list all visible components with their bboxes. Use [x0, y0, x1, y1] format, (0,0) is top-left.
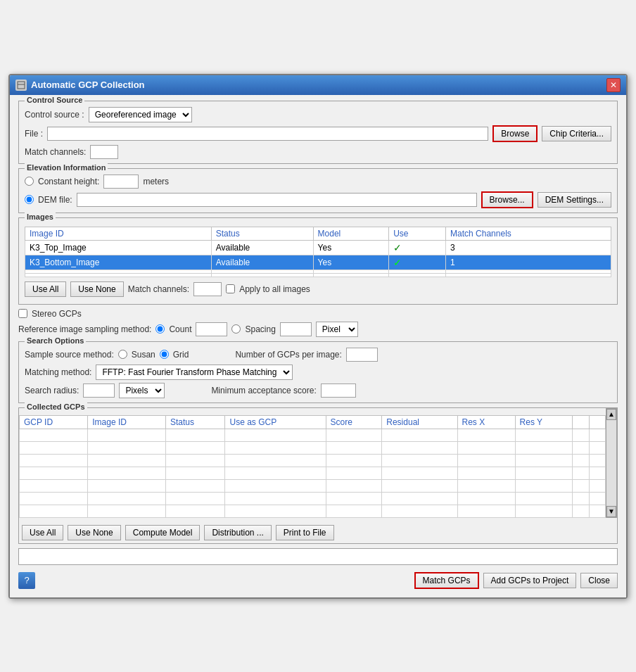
cell-match-channels: 3 [446, 240, 611, 255]
constant-height-input[interactable] [103, 175, 139, 189]
table-row[interactable] [20, 441, 606, 454]
count-radio[interactable] [155, 324, 165, 334]
table-row[interactable]: K3_Bottom_Image Available Yes ✓ 1 [25, 255, 611, 270]
dem-settings-button[interactable]: DEM Settings... [538, 192, 611, 208]
cell-model: Yes [313, 240, 389, 255]
table-row[interactable] [20, 479, 606, 492]
stereo-gcps-label: Stereo GCPs [32, 309, 82, 319]
dem-browse-button[interactable]: Browse... [481, 191, 533, 208]
table-row[interactable] [20, 492, 606, 505]
help-icon[interactable]: ? [18, 572, 35, 589]
constant-height-radio[interactable] [25, 177, 34, 186]
images-title: Images [25, 213, 56, 221]
meters-label: meters [143, 177, 169, 186]
match-gcps-button[interactable]: Match GCPs [414, 572, 479, 589]
col-gcp-use: Use as GCP [225, 415, 326, 429]
table-row[interactable] [20, 467, 606, 479]
footer: ? Match GCPs Add GCPs to Project Close [18, 569, 618, 592]
file-input[interactable]: I:\Data\Tutorial\OrthoMosaic\SPOT\o2_5m.… [47, 127, 488, 141]
control-source-select[interactable]: Georeferenced image [89, 107, 192, 122]
search-radius-input[interactable]: 100 [83, 383, 115, 398]
gcp-scroll-area[interactable]: GCP ID Image ID Status Use as GCP Score … [19, 415, 606, 518]
window-body: Control Source Control source : Georefer… [10, 95, 626, 597]
print-to-file-button[interactable]: Print to File [276, 525, 334, 540]
dem-file-input[interactable]: I:\Data\Tutorial\OrthoMosaic\dem_30m.pix [77, 193, 477, 207]
footer-right: Match GCPs Add GCPs to Project Close [414, 572, 618, 589]
images-buttons: Use All Use None Match channels: 1 Apply… [25, 281, 611, 297]
table-row[interactable]: K3_Top_Image Available Yes ✓ 3 [25, 240, 611, 255]
col-gcp-id: GCP ID [20, 415, 88, 429]
spacing-input[interactable]: 100 [280, 322, 312, 336]
gcp-header-row: GCP ID Image ID Status Use as GCP Score … [20, 415, 606, 429]
matching-method-select[interactable]: FFTP: Fast Fourier Transform Phase Match… [96, 364, 293, 380]
images-use-none-button[interactable]: Use None [70, 281, 123, 297]
file-label: File : [25, 129, 43, 139]
main-window: Automatic GCP Collection ✕ Control Sourc… [8, 74, 628, 599]
apply-all-label: Apply to all images [239, 284, 310, 294]
grid-label: Grid [173, 350, 189, 360]
cell-model: Yes [313, 255, 389, 270]
match-channels-input[interactable]: 1 [90, 145, 118, 159]
susan-label: Susan [132, 350, 155, 360]
gcp-use-none-button[interactable]: Use None [68, 525, 120, 540]
matching-method-label: Matching method: [25, 367, 91, 377]
images-section: Images Image ID Status Model Use Match C… [18, 217, 618, 305]
search-radius-row: Search radius: 100 Pixels Meters Minimum… [25, 383, 611, 398]
constant-height-label: Constant height: [38, 177, 99, 186]
count-input[interactable]: 100 [196, 322, 227, 336]
images-use-all-button[interactable]: Use All [25, 281, 66, 297]
gcp-use-all-button[interactable]: Use All [22, 525, 63, 540]
control-source-row: Control source : Georeferenced image [25, 107, 611, 122]
close-window-button[interactable]: ✕ [606, 78, 621, 92]
search-options-section: Search Options Sample source method: Sus… [18, 341, 618, 403]
constant-height-row: Constant height: meters [25, 175, 611, 189]
dem-file-radio[interactable] [25, 195, 34, 204]
min-acceptance-input[interactable]: 0.75 [321, 383, 356, 398]
chip-criteria-button[interactable]: Chip Criteria... [542, 126, 611, 141]
browse-button[interactable]: Browse [492, 125, 538, 142]
min-acceptance-label: Minimum acceptance score: [211, 386, 316, 395]
images-header-row: Image ID Status Model Use Match Channels [25, 227, 611, 240]
stereo-gcps-checkbox[interactable] [18, 309, 27, 318]
table-row[interactable] [20, 505, 606, 517]
col-model: Model [313, 227, 389, 240]
images-inner: Image ID Status Model Use Match Channels… [25, 221, 611, 300]
gcp-buttons: Use All Use None Compute Model Distribut… [19, 522, 617, 543]
stereo-options-row: Reference image sampling method: Count 1… [18, 322, 618, 337]
table-row[interactable] [20, 429, 606, 441]
close-dialog-button[interactable]: Close [580, 573, 618, 588]
search-options-title: Search Options [25, 336, 86, 345]
cell-image-id: K3_Bottom_Image [25, 255, 212, 270]
cell-match-channels: 1 [446, 255, 611, 270]
matching-method-row: Matching method: FFTP: Fast Fourier Tran… [25, 364, 611, 380]
title-bar-left: Automatic GCP Collection [15, 80, 145, 91]
compute-model-button[interactable]: Compute Model [125, 525, 201, 540]
table-row[interactable] [25, 273, 611, 277]
pixel-select[interactable]: Pixel Meter [316, 322, 358, 337]
apply-all-checkbox[interactable] [226, 284, 235, 293]
status-bar [18, 548, 618, 565]
col-gcp-status: Status [166, 415, 225, 429]
distribution-button[interactable]: Distribution ... [204, 525, 271, 540]
col-gcp-score: Score [326, 415, 382, 429]
col-gcp-res-x: Res X [457, 415, 515, 429]
col-image-id: Image ID [25, 227, 212, 240]
ref-image-label: Reference image sampling method: [18, 324, 151, 334]
col-gcp-res-y: Res Y [515, 415, 573, 429]
images-match-channels-input[interactable]: 1 [193, 282, 222, 296]
add-gcps-button[interactable]: Add GCPs to Project [483, 573, 577, 588]
grid-radio[interactable] [160, 350, 169, 359]
num-gcps-input[interactable]: 64 [346, 348, 378, 362]
match-channels-label: Match channels: [25, 147, 86, 157]
images-table: Image ID Status Model Use Match Channels… [25, 227, 611, 277]
spacing-radio[interactable] [231, 324, 241, 334]
gcp-table: GCP ID Image ID Status Use as GCP Score … [19, 415, 606, 518]
scrollbar[interactable]: ▲ ▼ [606, 408, 617, 518]
table-row[interactable] [20, 454, 606, 467]
window-icon [15, 80, 27, 91]
stereo-checkbox-row: Stereo GCPs [18, 309, 618, 319]
pixels-select[interactable]: Pixels Meters [119, 383, 165, 398]
susan-radio[interactable] [118, 350, 127, 359]
col-gcp-extra1 [573, 415, 589, 429]
num-gcps-label: Number of GCPs per image: [235, 350, 341, 360]
